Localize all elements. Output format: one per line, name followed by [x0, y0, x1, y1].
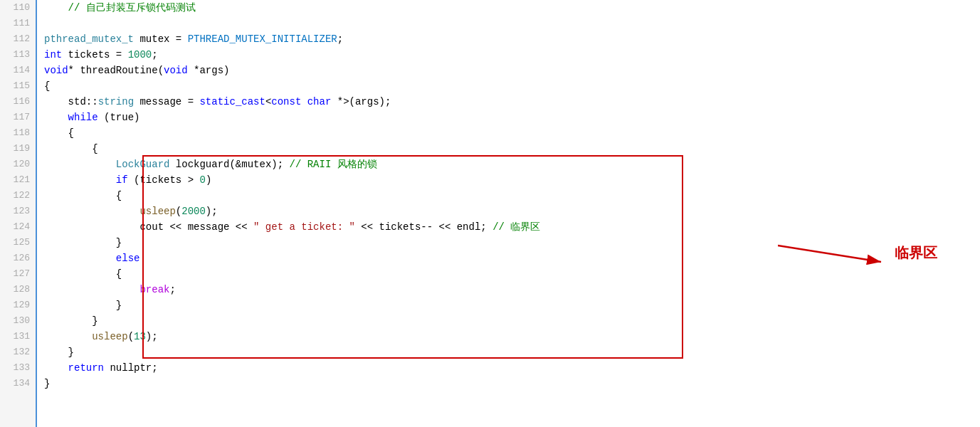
- token-plain: }: [44, 344, 74, 360]
- line-number: 119: [0, 141, 36, 157]
- token-plain: message =: [134, 94, 199, 110]
- token-plain: (true): [98, 110, 140, 125]
- token-plain: *>(args);: [331, 94, 391, 110]
- line-number: 116: [0, 94, 36, 110]
- token-plain: cout << message <<: [44, 219, 253, 235]
- token-comment: // 自己封装互斥锁代码测试: [68, 0, 196, 16]
- token-kw: int: [44, 47, 62, 63]
- code-line: }: [44, 297, 980, 313]
- line-number: 122: [0, 188, 36, 204]
- line-number: 128: [0, 282, 36, 297]
- code-line: cout << message << " get a ticket: " << …: [44, 219, 980, 235]
- token-plain: {: [44, 266, 122, 282]
- line-number: 125: [0, 235, 36, 251]
- line-number: 117: [0, 110, 36, 125]
- code-editor: 1101111121131141151161171181191201211221…: [0, 0, 980, 427]
- token-plain: }: [44, 313, 98, 329]
- token-macro: PTHREAD_MUTEX_INITIALIZER: [188, 31, 337, 47]
- token-plain: {: [44, 188, 122, 204]
- token-plain: (: [176, 204, 181, 219]
- token-plain: [44, 251, 116, 266]
- code-line: void* threadRoutine(void *args): [44, 63, 980, 78]
- token-kw: void: [44, 63, 68, 78]
- line-number: 134: [0, 376, 36, 391]
- line-numbers-gutter: 1101111121131141151161171181191201211221…: [0, 0, 37, 427]
- token-kw: while: [68, 110, 98, 125]
- line-number: 129: [0, 297, 36, 313]
- token-plain: [44, 360, 68, 376]
- token-plain: [44, 0, 68, 16]
- token-plain: tickets =: [62, 47, 127, 63]
- token-plain: [44, 157, 116, 172]
- token-plain: * threadRoutine(: [68, 63, 164, 78]
- line-number: 112: [0, 31, 36, 47]
- token-plain: [44, 282, 139, 297]
- code-line: if (tickets > 0): [44, 172, 980, 188]
- token-plain: ;: [152, 47, 157, 63]
- token-plain: *args): [188, 63, 230, 78]
- token-plain: ): [206, 172, 211, 188]
- line-number: 130: [0, 313, 36, 329]
- code-line: {: [44, 188, 980, 204]
- line-number: 132: [0, 344, 36, 360]
- arrow-icon: [778, 235, 892, 270]
- token-plain: << tickets-- << endl;: [355, 219, 492, 235]
- token-kw: if: [116, 172, 128, 188]
- line-number: 121: [0, 172, 36, 188]
- code-line: {: [44, 125, 980, 141]
- code-content: // 自己封装互斥锁代码测试 pthread_mutex_t mutex = P…: [37, 0, 980, 427]
- line-number: 131: [0, 329, 36, 344]
- token-num: 2000: [181, 204, 206, 219]
- token-kw: static_cast: [199, 94, 265, 110]
- token-cls: LockGuard: [116, 157, 170, 172]
- token-func: usleep: [92, 329, 127, 344]
- code-line: std::string message = static_cast<const …: [44, 94, 980, 110]
- token-plain: );: [146, 329, 158, 344]
- line-number: 111: [0, 16, 36, 31]
- code-line: while (true): [44, 110, 980, 125]
- line-number: 124: [0, 219, 36, 235]
- line-number: 133: [0, 360, 36, 376]
- token-plain: [44, 329, 92, 344]
- code-line: {: [44, 141, 980, 157]
- token-kw: else: [116, 251, 140, 266]
- token-comment: // 临界区: [492, 219, 540, 235]
- token-plain: (tickets >: [128, 172, 200, 188]
- line-number: 118: [0, 125, 36, 141]
- code-line: }: [44, 376, 980, 391]
- token-kw: const: [271, 94, 301, 110]
- token-plain: mutex =: [134, 31, 188, 47]
- code-line: int tickets = 1000;: [44, 47, 980, 63]
- code-line: // 自己封装互斥锁代码测试: [44, 0, 980, 16]
- token-plain: [44, 204, 139, 219]
- token-plain: (: [128, 329, 134, 344]
- token-kw: char: [307, 94, 332, 110]
- code-line: {: [44, 78, 980, 94]
- line-number: 127: [0, 266, 36, 282]
- line-number: 120: [0, 157, 36, 172]
- code-line: usleep(13);: [44, 329, 980, 344]
- code-line: [44, 16, 980, 31]
- line-number: 113: [0, 47, 36, 63]
- line-number: 123: [0, 204, 36, 219]
- token-plain: }: [44, 297, 122, 313]
- token-plain: ;: [337, 31, 343, 47]
- svg-line-1: [778, 246, 881, 262]
- line-number: 110: [0, 0, 36, 16]
- code-line: pthread_mutex_t mutex = PTHREAD_MUTEX_IN…: [44, 31, 980, 47]
- token-plain: [44, 172, 116, 188]
- token-plain: [44, 110, 68, 125]
- token-num: 13: [134, 329, 146, 344]
- code-line: break;: [44, 282, 980, 297]
- token-cls: string: [98, 94, 134, 110]
- token-cls: pthread_mutex_t: [44, 31, 134, 47]
- token-plain: <: [265, 94, 271, 110]
- code-line: LockGuard lockguard(&mutex); // RAII 风格的…: [44, 157, 980, 172]
- token-plain: nullptr;: [104, 360, 158, 376]
- token-plain: {: [44, 78, 50, 94]
- token-kw: return: [68, 360, 104, 376]
- token-plain: {: [44, 125, 74, 141]
- token-plain: );: [206, 204, 218, 219]
- token-plain: }: [44, 376, 50, 391]
- code-line: usleep(2000);: [44, 204, 980, 219]
